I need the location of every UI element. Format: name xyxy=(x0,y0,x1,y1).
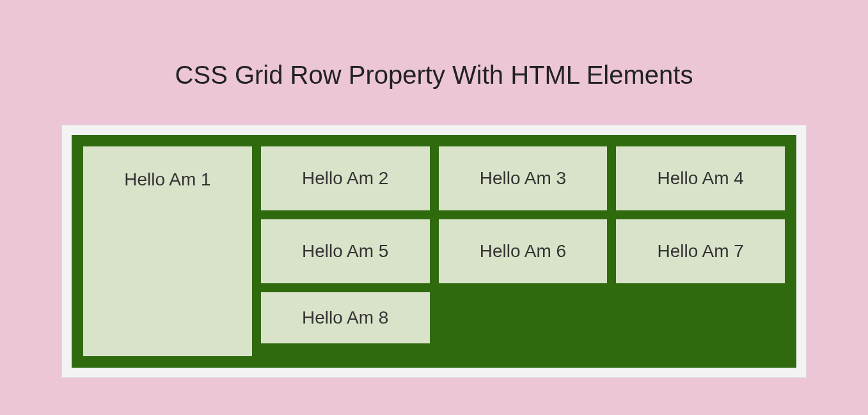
grid-cell-5: Hello Am 5 xyxy=(261,219,430,283)
grid-cell-7: Hello Am 7 xyxy=(616,219,785,283)
grid-cell-4: Hello Am 4 xyxy=(616,146,785,210)
grid-cell-8: Hello Am 8 xyxy=(261,292,430,343)
grid-cell-2: Hello Am 2 xyxy=(261,146,430,210)
grid-cell-3: Hello Am 3 xyxy=(439,146,608,210)
outer-container: Hello Am 1 Hello Am 2 Hello Am 3 Hello A… xyxy=(61,125,807,378)
grid-cell-6: Hello Am 6 xyxy=(439,219,608,283)
grid-container: Hello Am 1 Hello Am 2 Hello Am 3 Hello A… xyxy=(72,135,796,368)
page-title: CSS Grid Row Property With HTML Elements xyxy=(0,61,868,90)
grid-cell-1: Hello Am 1 xyxy=(83,146,252,356)
